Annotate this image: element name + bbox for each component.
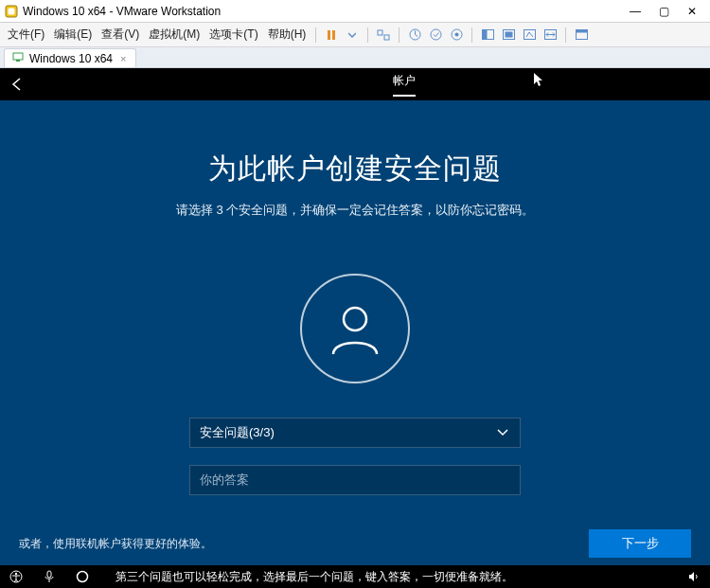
snapshot-manager-icon[interactable] (426, 26, 445, 45)
svg-point-22 (15, 573, 17, 575)
svg-rect-11 (482, 30, 487, 40)
oobe-top-bar: 帐户 (0, 68, 710, 100)
svg-rect-13 (505, 32, 512, 38)
tab-close-button[interactable]: × (118, 53, 128, 64)
separator (471, 27, 472, 43)
dropdown-icon[interactable] (343, 26, 362, 45)
separator (399, 27, 399, 43)
menu-bar: 文件(F) 编辑(E) 查看(V) 虚拟机(M) 选项卡(T) 帮助(H) (0, 23, 710, 47)
oobe-body: 为此帐户创建安全问题 请选择 3 个安全问题，并确保一定会记住答案，以防你忘记密… (0, 100, 710, 565)
cortana-caption: 第三个问题也可以轻松完成，选择最后一个问题，键入答案，一切便准备就绪。 (115, 569, 513, 585)
fullscreen-icon[interactable] (499, 26, 518, 45)
tab-strip: Windows 10 x64 × (0, 47, 710, 68)
answer-input[interactable]: 你的答案 (189, 465, 521, 495)
back-button[interactable] (0, 68, 34, 100)
separator (367, 27, 368, 43)
menu-edit[interactable]: 编辑(E) (50, 25, 96, 45)
cursor-icon (533, 72, 544, 90)
title-bar: Windows 10 x64 - VMware Workstation — ▢ … (0, 0, 710, 23)
separator (315, 27, 316, 43)
svg-rect-4 (378, 30, 382, 35)
svg-rect-3 (332, 30, 335, 40)
page-subtitle: 请选择 3 个安全问题，并确保一定会记住答案，以防你忘记密码。 (176, 202, 534, 219)
svg-rect-18 (13, 53, 23, 60)
guest-display: 帐户 为此帐户创建安全问题 请选择 3 个安全问题，并确保一定会记住答案，以防你… (0, 68, 710, 588)
security-question-select[interactable]: 安全问题(3/3) (189, 418, 521, 448)
window-title: Windows 10 x64 - VMware Workstation (23, 5, 621, 18)
svg-rect-23 (47, 571, 51, 578)
stretch-icon[interactable] (541, 26, 559, 45)
pause-icon[interactable] (322, 26, 341, 45)
tab-label: Windows 10 x64 (29, 52, 113, 65)
svg-point-7 (431, 29, 441, 40)
svg-point-24 (78, 572, 88, 582)
revert-icon[interactable] (447, 26, 466, 45)
menu-help[interactable]: 帮助(H) (264, 25, 311, 45)
next-button[interactable]: 下一步 (589, 529, 691, 558)
microphone-icon[interactable] (44, 570, 55, 583)
svg-rect-19 (16, 60, 20, 62)
use-online-account-link[interactable]: 或者，使用联机帐户获得更好的体验。 (19, 536, 212, 552)
snapshot-icon[interactable] (405, 26, 424, 45)
menu-vm[interactable]: 虚拟机(M) (145, 25, 204, 45)
send-input-icon[interactable] (374, 26, 393, 45)
svg-rect-14 (524, 30, 535, 40)
vmware-icon (4, 4, 19, 19)
minimize-button[interactable]: — (621, 2, 649, 21)
menu-view[interactable]: 查看(V) (98, 25, 143, 45)
user-icon (326, 299, 384, 358)
volume-icon[interactable] (687, 570, 701, 583)
svg-rect-17 (576, 30, 587, 33)
menu-tabs[interactable]: 选项卡(T) (205, 25, 261, 45)
oobe-section-tab: 帐户 (393, 73, 416, 97)
menu-file[interactable]: 文件(F) (4, 25, 48, 45)
tab-vm-icon (12, 51, 24, 65)
svg-rect-2 (328, 30, 330, 40)
svg-rect-1 (9, 8, 15, 14)
os-bottom-bar: 第三个问题也可以轻松完成，选择最后一个问题，键入答案，一切便准备就绪。 (0, 565, 710, 588)
window-controls: — ▢ ✕ (621, 2, 706, 21)
svg-rect-5 (384, 35, 389, 40)
cortana-icon[interactable] (76, 570, 89, 583)
answer-placeholder: 你的答案 (200, 472, 249, 489)
close-button[interactable]: ✕ (678, 2, 706, 21)
fit-guest-icon[interactable] (478, 26, 497, 45)
svg-point-20 (344, 308, 366, 330)
svg-point-9 (454, 33, 458, 37)
select-label: 安全问题(3/3) (200, 424, 275, 441)
library-icon[interactable] (572, 26, 591, 45)
vm-tab[interactable]: Windows 10 x64 × (4, 48, 136, 67)
ease-of-access-icon[interactable] (9, 570, 23, 583)
unity-icon[interactable] (520, 26, 539, 45)
separator (565, 27, 566, 43)
avatar (300, 274, 410, 383)
maximize-button[interactable]: ▢ (649, 2, 678, 21)
chevron-down-icon (495, 424, 510, 442)
page-title: 为此帐户创建安全问题 (208, 150, 502, 188)
